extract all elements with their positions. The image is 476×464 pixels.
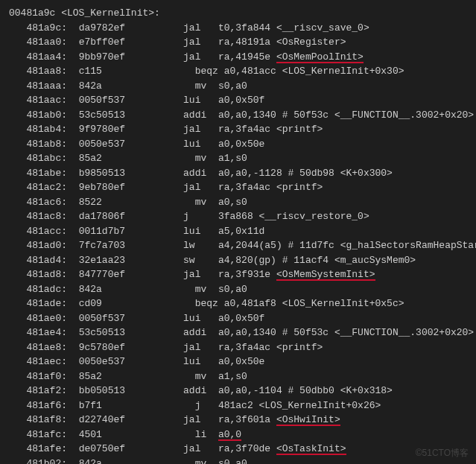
address: 481af6: <box>9 400 79 411</box>
hexbytes: 842a <box>79 284 183 295</box>
address: 481aa4: <box>9 51 79 63</box>
operands: 3fa868 <box>218 211 259 222</box>
hexbytes: 847770ef <box>79 269 183 280</box>
operands: s0,a0 <box>218 284 247 295</box>
disasm-line: 481ab0: 53c50513 addi a0,a0,1340 # 50f53… <box>9 108 467 123</box>
address: 481b02: <box>9 458 79 465</box>
hexbytes: 0050f537 <box>79 313 183 324</box>
hexbytes: d22740ef <box>79 414 183 425</box>
address: 481ad8: <box>9 269 79 280</box>
hexbytes: 9f9780ef <box>79 124 183 135</box>
mnemonic: jal <box>183 51 218 63</box>
hexbytes: 4501 <box>79 429 183 440</box>
mnemonic: mv <box>183 80 218 92</box>
address: 481a9c: <box>9 22 79 34</box>
disasm-line: 481ae0: 0050f537 lui a0,0x50f <box>9 311 467 326</box>
mnemonic: mv <box>183 153 218 164</box>
symbol: <OsHwiInit> <box>276 414 340 425</box>
mnemonic: jal <box>183 443 218 454</box>
hexbytes: 9c5780ef <box>79 342 183 353</box>
operands: 481ac2 <box>218 400 259 411</box>
hexbytes: 842a <box>79 80 183 92</box>
operands: a4,2044(a5) # 11d7fc <box>218 240 340 251</box>
address: 481ae0: <box>9 313 79 324</box>
mnemonic: lui <box>183 139 218 150</box>
operands: s0,a0 <box>218 458 247 465</box>
symbol: <__riscv_save_0> <box>276 22 369 34</box>
hexbytes: 85a2 <box>79 153 183 164</box>
mnemonic: jal <box>183 414 218 425</box>
hexbytes: b7f1 <box>79 400 183 411</box>
address: 481ac2: <box>9 182 79 193</box>
mnemonic: jal <box>183 124 218 135</box>
symbol: <LOS_KernelInit+0x30> <box>282 66 404 77</box>
disasm-line: 481aac: 0050f537 lui a0,0x50f <box>9 93 467 108</box>
symbol: <printf> <box>276 124 323 135</box>
disasm-line: 481abe: b9850513 addi a0,a0,-1128 # 50db… <box>9 166 467 181</box>
operands: ra,41945e <box>218 51 276 63</box>
address: 481acc: <box>9 226 79 237</box>
symbol: <K+0x318> <box>340 385 393 396</box>
address: 481ae8: <box>9 342 79 353</box>
function-label: 00481a9c <LOS_KernelInit>: <box>9 6 467 21</box>
symbol: <OsTaskInit> <box>276 443 346 454</box>
disasm-line: 481aec: 0050e537 lui a0,0x50e <box>9 355 467 369</box>
address: 481aac: <box>9 95 79 106</box>
address: 481ae4: <box>9 327 79 338</box>
operands: a0,481acc <box>224 66 282 77</box>
symbol: <__FUNCTION__.3002+0x20> <box>334 327 474 338</box>
operands: ra,3fa4ac <box>218 124 276 135</box>
operands: a1,s0 <box>218 153 247 164</box>
operands: s0,a0 <box>218 80 247 92</box>
address: 481ad4: <box>9 255 79 266</box>
disasm-line: 481aaa: 842a mv s0,a0 <box>9 79 467 94</box>
mnemonic: beqz <box>183 298 224 309</box>
disasm-line: 481af2: bb050513 addi a0,a0,-1104 # 50db… <box>9 384 467 398</box>
operands: ra,48191a <box>218 36 276 48</box>
symbol: <printf> <box>276 342 323 353</box>
disasm-line: 481ae8: 9c5780ef jal ra,3fa4ac <printf> <box>9 340 467 355</box>
operands: t0,3fa844 <box>218 22 276 34</box>
disasm-line: 481ad0: 7fc7a703 lw a4,2044(a5) # 11d7fc… <box>9 238 467 253</box>
operands: ra,3fa4ac <box>218 182 276 193</box>
hexbytes: e7bff0ef <box>79 36 183 48</box>
disasm-line: 481ab4: 9f9780ef jal ra,3fa4ac <printf> <box>9 122 467 137</box>
hexbytes: bb050513 <box>79 385 183 396</box>
symbol: <LOS_KernelInit+0x5c> <box>282 298 404 309</box>
hexbytes: da9782ef <box>79 22 183 34</box>
disasm-line: 481aa8: c115 beqz a0,481acc <LOS_KernelI… <box>9 64 467 79</box>
operands: a1,s0 <box>218 371 247 382</box>
operands: ra,3fa4ac <box>218 342 276 353</box>
hexbytes: 0050e537 <box>79 356 183 367</box>
hexbytes: da17806f <box>79 211 183 222</box>
hexbytes: 32e1aa23 <box>79 255 183 266</box>
mnemonic: jal <box>183 342 218 353</box>
hexbytes: b9850513 <box>79 168 183 179</box>
mnemonic: jal <box>183 36 218 48</box>
mnemonic: addi <box>183 168 218 179</box>
watermark: ©51CTO博客 <box>416 446 469 460</box>
disasm-line: 481afe: de0750ef jal ra,3f70de <OsTaskIn… <box>9 442 467 457</box>
operands: a0,a0,-1104 # 50dbb0 <box>218 385 340 396</box>
address: 481af0: <box>9 371 79 382</box>
operands: a0,0x50e <box>218 139 264 150</box>
hexbytes: 0050e537 <box>79 139 183 150</box>
mnemonic: lui <box>183 356 218 367</box>
disasm-line: 481ac2: 9eb780ef jal ra,3fa4ac <printf> <box>9 180 467 195</box>
disasm-line: 481af6: b7f1 j 481ac2 <LOS_KernelInit+0x… <box>9 398 467 413</box>
mnemonic: lui <box>183 313 218 324</box>
address: 481adc: <box>9 284 79 295</box>
address: 481af8: <box>9 414 79 425</box>
mnemonic: mv <box>183 458 218 465</box>
operands: a0,481af8 <box>224 298 282 309</box>
disasm-line: 481adc: 842a mv s0,a0 <box>9 282 467 297</box>
mnemonic: mv <box>183 371 218 382</box>
disasm-line: 481b02: 842a mv s0,a0 <box>9 457 467 465</box>
operands: a5,0x11d <box>218 226 264 237</box>
disasm-line: 481a9c: da9782ef jal t0,3fa844 <__riscv_… <box>9 21 467 36</box>
mnemonic: mv <box>183 197 218 208</box>
address: 481abc: <box>9 153 79 164</box>
mnemonic: j <box>183 211 218 222</box>
address: 481afe: <box>9 443 79 454</box>
operands: a0,0 <box>218 429 241 440</box>
